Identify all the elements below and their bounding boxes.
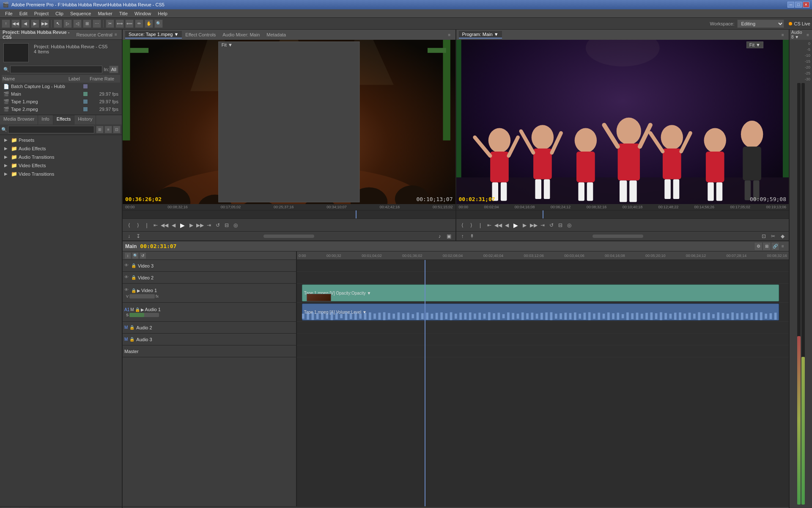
- prog-export[interactable]: ⊡: [760, 232, 768, 240]
- prog-ffwd[interactable]: ▶▶: [530, 221, 538, 229]
- source-play[interactable]: ▶: [178, 221, 186, 229]
- a3-lock-icon[interactable]: 🔒: [129, 337, 134, 342]
- resource-central-tab[interactable]: Resource Central: [76, 32, 112, 37]
- program-fit-dropdown[interactable]: Fit ▼: [746, 41, 763, 48]
- v2-eye-icon[interactable]: 👁: [124, 275, 130, 281]
- a2-mute-icon[interactable]: M: [124, 325, 128, 330]
- effect-controls-tab[interactable]: Effect Controls: [182, 31, 219, 38]
- source-rewind[interactable]: ◀◀: [161, 221, 168, 229]
- timeline-link[interactable]: 🔗: [771, 242, 779, 251]
- tree-presets[interactable]: ▶ 📁 Presets: [1, 136, 121, 144]
- project-panel-menu[interactable]: ≡: [112, 31, 119, 38]
- tool-btn-5[interactable]: ▶▶: [41, 19, 49, 28]
- effects-new-folder[interactable]: ⊞: [96, 126, 104, 133]
- source-take-video[interactable]: ▣: [445, 232, 453, 240]
- tool-slip[interactable]: ⟺: [115, 19, 124, 28]
- source-mark-out[interactable]: ⟩: [134, 221, 142, 229]
- maximize-button[interactable]: □: [795, 2, 802, 8]
- tool-rolling[interactable]: ⊞: [83, 19, 91, 28]
- source-step-end[interactable]: ⇥: [205, 221, 213, 229]
- search-all-button[interactable]: All: [109, 66, 118, 73]
- v3-eye-icon[interactable]: 👁: [124, 263, 130, 269]
- tab-history[interactable]: History: [74, 115, 96, 124]
- a3-lane[interactable]: [297, 334, 789, 345]
- menu-title[interactable]: Title: [116, 10, 131, 17]
- source-loop[interactable]: ↺: [214, 221, 222, 229]
- prog-rewind[interactable]: ◀◀: [494, 221, 502, 229]
- source-step-fwd[interactable]: ▶: [187, 221, 195, 229]
- tool-razor[interactable]: ✂: [106, 19, 114, 28]
- a2-lane[interactable]: [297, 322, 789, 334]
- prog-output[interactable]: ◎: [565, 221, 573, 229]
- timeline-panel-menu[interactable]: ≡: [779, 243, 786, 250]
- master-lane[interactable]: [297, 345, 789, 357]
- v3-lane[interactable]: [297, 260, 789, 272]
- source-monitor-title[interactable]: Source: Tape 1.mpeg ▼: [125, 31, 182, 39]
- tool-btn-1[interactable]: ↑: [2, 19, 10, 28]
- source-timeline-strip[interactable]: [123, 210, 455, 218]
- effects-list-view[interactable]: ≡: [104, 126, 112, 133]
- a1-solo-icon[interactable]: S: [126, 313, 129, 317]
- tool-btn-4[interactable]: ▶: [31, 19, 39, 28]
- tl-tool-1[interactable]: ↕: [124, 252, 131, 259]
- tool-zoom[interactable]: 🔍: [154, 19, 163, 28]
- source-mark-in[interactable]: ⟨: [125, 221, 133, 229]
- a1-expand-icon[interactable]: ▶: [141, 307, 144, 312]
- prog-jog-shuttle[interactable]: [593, 235, 643, 238]
- prog-mark-in[interactable]: ⟨: [459, 221, 466, 229]
- a1-lane[interactable]: Tape 1.mpeg [A] Volume:Level ▼: [297, 303, 789, 322]
- a1-lock-icon[interactable]: 🔒: [135, 307, 140, 312]
- source-output[interactable]: ◎: [232, 221, 239, 229]
- source-safe-margins[interactable]: ⊟: [223, 221, 230, 229]
- v1-eye-icon[interactable]: 👁: [124, 287, 130, 293]
- menu-edit[interactable]: Edit: [16, 10, 31, 17]
- prog-mark-out[interactable]: ⟩: [468, 221, 475, 229]
- project-row-0[interactable]: 📄 Batch Capture Log - Hubb: [2, 83, 120, 90]
- prog-extract[interactable]: ↟: [468, 232, 476, 240]
- project-row-3[interactable]: 🎬 Tape 2.mpeg 29.97 fps: [2, 105, 120, 113]
- menu-project[interactable]: Project: [31, 10, 52, 17]
- tool-track-select[interactable]: ▷: [63, 19, 72, 28]
- effects-icon-view[interactable]: ⊡: [113, 126, 121, 133]
- project-row-1[interactable]: 🎬 Main 29.97 fps: [2, 90, 120, 98]
- v1-fx-toggle[interactable]: fx: [156, 294, 159, 298]
- prog-lift[interactable]: ↑: [459, 232, 466, 240]
- timeline-ruler[interactable]: 0:00 00:00;32 00:01;04;02 00:01;36;02 00…: [297, 251, 789, 260]
- tab-media-browser[interactable]: Media Browser: [0, 115, 38, 124]
- prog-add-marker[interactable]: ◆: [779, 232, 786, 240]
- source-take-audio[interactable]: ♪: [436, 232, 444, 240]
- source-monitor-menu[interactable]: ≡: [446, 31, 453, 38]
- metadata-tab[interactable]: Metadata: [263, 31, 289, 38]
- tool-btn-2[interactable]: ◀◀: [11, 19, 20, 28]
- v2-lock-icon[interactable]: 🔒: [131, 275, 136, 280]
- audio-mixer-tab[interactable]: Audio Mixer: Main: [219, 31, 263, 38]
- tool-pen[interactable]: ✏: [135, 19, 143, 28]
- tree-audio-transitions[interactable]: ▶ 📁 Audio Transitions: [1, 153, 121, 161]
- tree-audio-effects[interactable]: ▶ 📁 Audio Effects: [1, 144, 121, 153]
- menu-sequence[interactable]: Sequence: [67, 10, 95, 17]
- source-overwrite[interactable]: ↧: [134, 232, 142, 240]
- tool-rate[interactable]: ⋯: [93, 19, 101, 28]
- source-ffwd[interactable]: ▶▶: [196, 221, 204, 229]
- a2-lock-icon[interactable]: 🔒: [129, 325, 134, 330]
- cs-live-indicator[interactable]: CS Live: [789, 21, 810, 26]
- a1-mute-icon[interactable]: M: [130, 307, 134, 312]
- tree-video-transitions[interactable]: ▶ 📁 Video Transitions: [1, 170, 121, 178]
- prog-play[interactable]: ▶: [512, 221, 520, 229]
- v1-clip[interactable]: Tape 1.mpeg [V] Opacity:Opacity ▼: [302, 284, 779, 301]
- project-search-input[interactable]: [10, 66, 102, 73]
- menu-clip[interactable]: Clip: [52, 10, 67, 17]
- tab-effects[interactable]: Effects: [53, 115, 74, 124]
- v1-lock-icon[interactable]: 🔒: [131, 288, 136, 293]
- v1-lane[interactable]: Tape 1.mpeg [V] Opacity:Opacity ▼: [297, 284, 789, 303]
- tl-tool-3[interactable]: ↺: [140, 252, 146, 259]
- program-monitor-menu[interactable]: ≡: [779, 31, 786, 38]
- a1-clip[interactable]: Tape 1.mpeg [A] Volume:Level ▼: [302, 304, 779, 320]
- tl-tool-2[interactable]: 🔍: [132, 252, 139, 259]
- prog-loop[interactable]: ↺: [548, 221, 555, 229]
- tool-ripple[interactable]: ◁: [73, 19, 82, 28]
- program-timeline-strip[interactable]: [456, 210, 789, 218]
- v2-lane[interactable]: [297, 272, 789, 284]
- effects-search-input[interactable]: [8, 126, 94, 133]
- project-row-2[interactable]: 🎬 Tape 1.mpeg 29.97 fps: [2, 98, 120, 105]
